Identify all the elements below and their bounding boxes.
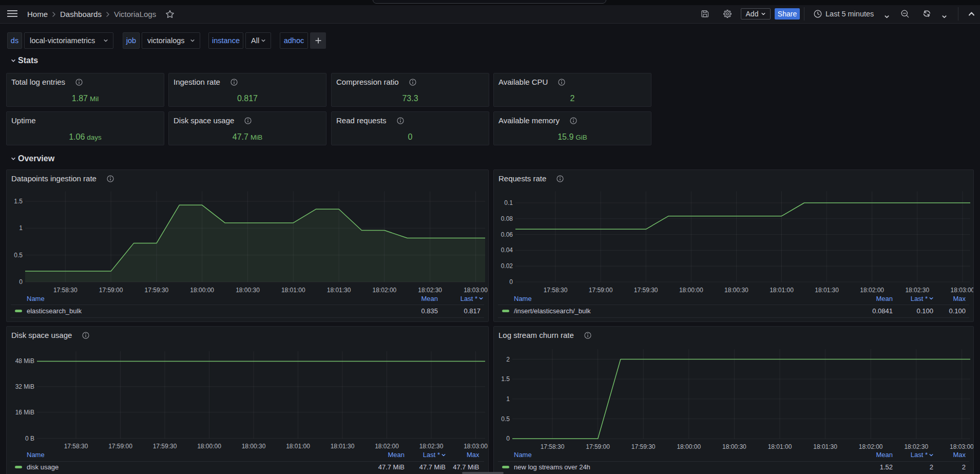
svg-text:18:01:00: 18:01:00 [286, 443, 310, 450]
svg-text:18:00:00: 18:00:00 [677, 443, 701, 450]
svg-text:18:01:00: 18:01:00 [770, 287, 794, 294]
svg-text:18:00:00: 18:00:00 [679, 287, 703, 294]
svg-text:0.08: 0.08 [501, 215, 513, 222]
svg-text:18:01:30: 18:01:30 [815, 287, 839, 294]
svg-text:17:59:00: 17:59:00 [99, 287, 123, 294]
svg-text:18:03:00: 18:03:00 [464, 287, 488, 294]
svg-text:1.5: 1.5 [501, 375, 510, 383]
svg-text:17:58:30: 17:58:30 [544, 287, 568, 294]
svg-text:18:02:30: 18:02:30 [419, 443, 444, 450]
svg-text:18:02:00: 18:02:00 [373, 287, 397, 294]
svg-text:18:02:00: 18:02:00 [375, 443, 399, 450]
svg-text:17:59:00: 17:59:00 [586, 443, 610, 450]
svg-text:2: 2 [506, 356, 510, 363]
svg-text:17:58:30: 17:58:30 [64, 443, 88, 450]
svg-text:17:59:30: 17:59:30 [631, 443, 656, 450]
svg-text:0: 0 [19, 278, 23, 286]
svg-text:0.06: 0.06 [501, 231, 513, 238]
svg-text:1: 1 [19, 224, 23, 232]
svg-text:18:00:00: 18:00:00 [190, 287, 214, 294]
svg-text:16 MiB: 16 MiB [15, 409, 34, 416]
svg-text:18:01:30: 18:01:30 [813, 443, 837, 450]
svg-text:18:02:00: 18:02:00 [860, 287, 884, 294]
svg-text:17:59:30: 17:59:30 [145, 287, 169, 294]
svg-text:18:02:30: 18:02:30 [904, 443, 928, 450]
svg-text:18:01:30: 18:01:30 [331, 443, 355, 450]
svg-text:18:03:00: 18:03:00 [951, 287, 973, 294]
svg-text:0.04: 0.04 [501, 247, 513, 254]
svg-text:18:03:00: 18:03:00 [950, 443, 973, 450]
svg-text:18:00:30: 18:00:30 [236, 287, 260, 294]
svg-text:17:59:00: 17:59:00 [589, 287, 613, 294]
svg-text:1: 1 [506, 395, 510, 403]
svg-text:17:59:00: 17:59:00 [108, 443, 132, 450]
svg-text:18:00:00: 18:00:00 [197, 443, 221, 450]
svg-text:18:01:00: 18:01:00 [281, 287, 305, 294]
svg-text:18:00:30: 18:00:30 [722, 443, 746, 450]
svg-text:17:59:30: 17:59:30 [153, 443, 177, 450]
svg-text:18:03:00: 18:03:00 [464, 443, 488, 450]
svg-text:0.5: 0.5 [14, 252, 23, 259]
svg-text:0: 0 [509, 278, 513, 286]
svg-text:18:02:00: 18:02:00 [859, 443, 883, 450]
svg-text:0: 0 [506, 435, 510, 442]
svg-text:18:01:30: 18:01:30 [327, 287, 351, 294]
svg-text:18:02:30: 18:02:30 [418, 287, 442, 294]
svg-text:48 MiB: 48 MiB [15, 357, 34, 365]
svg-text:18:00:30: 18:00:30 [242, 443, 266, 450]
svg-text:1.5: 1.5 [14, 198, 23, 205]
svg-text:18:01:00: 18:01:00 [768, 443, 792, 450]
svg-text:17:59:30: 17:59:30 [634, 287, 658, 294]
svg-text:0.5: 0.5 [501, 415, 510, 423]
svg-text:17:58:30: 17:58:30 [53, 287, 78, 294]
svg-text:32 MiB: 32 MiB [15, 383, 34, 390]
svg-text:18:02:30: 18:02:30 [905, 287, 929, 294]
svg-text:0 B: 0 B [25, 435, 34, 442]
svg-text:0.02: 0.02 [501, 262, 513, 270]
svg-text:18:00:30: 18:00:30 [724, 287, 748, 294]
svg-text:0.1: 0.1 [504, 199, 513, 206]
svg-text:17:58:30: 17:58:30 [541, 443, 565, 450]
